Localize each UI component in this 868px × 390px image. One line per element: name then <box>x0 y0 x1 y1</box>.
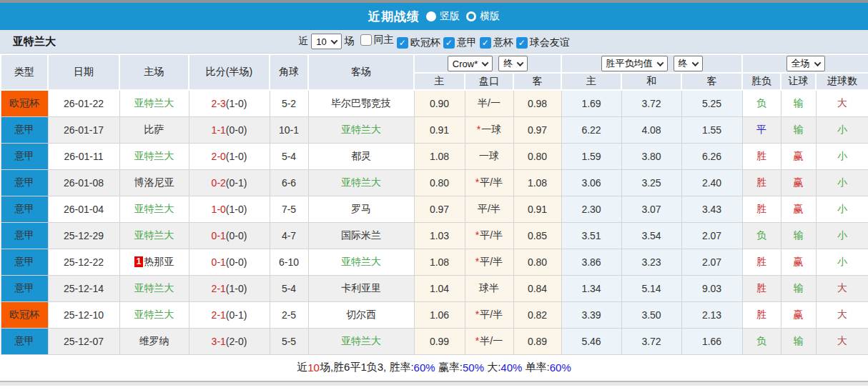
home-team-link[interactable]: 热那亚 <box>144 256 174 267</box>
handicap-line: *平/半 <box>465 249 513 275</box>
checked-checkbox-icon[interactable]: ✓ <box>480 37 491 49</box>
checkbox-label[interactable]: 欧冠杯 <box>410 36 440 49</box>
home-team-link[interactable]: 博洛尼亚 <box>134 176 174 188</box>
match-count-select[interactable]: 10 <box>311 34 341 49</box>
radio-selected-icon[interactable] <box>426 11 436 21</box>
odds-time-value: 终 <box>503 57 513 70</box>
result-goals: 大 <box>816 328 868 354</box>
radio-unselected-icon[interactable] <box>466 11 476 21</box>
competition-checkbox[interactable]: ✓意甲 <box>443 36 477 49</box>
summary-segment: 场,胜6平1负3, 胜率: <box>320 361 414 374</box>
home-team-link[interactable]: 亚特兰大 <box>134 150 174 161</box>
away-team-link[interactable]: 毕尔巴鄂竞技 <box>331 97 391 109</box>
checkbox-label[interactable]: 意杯 <box>493 36 513 49</box>
radio-vertical-label[interactable]: 竖版 <box>440 10 460 23</box>
away-team-cell: 亚特兰大 <box>308 169 414 196</box>
result-goals: 小 <box>816 249 868 275</box>
home-team-link[interactable]: 比萨 <box>144 124 164 135</box>
avg-home: 3.06 <box>561 169 621 196</box>
result-goals: 小 <box>816 222 868 249</box>
competition-badge: 意甲 <box>1 328 48 354</box>
odds-away: 0.91 <box>513 196 561 222</box>
away-team-link[interactable]: 罗马 <box>351 203 371 214</box>
away-team-link[interactable]: 卡利亚里 <box>341 282 381 294</box>
result-handicap: 赢 <box>781 249 816 275</box>
competition-checkbox[interactable]: ✓球会友谊 <box>516 36 570 49</box>
odds-home: 1.08 <box>414 143 465 169</box>
avg-time-select[interactable]: 终 <box>674 56 703 71</box>
checked-checkbox-icon[interactable]: ✓ <box>397 37 408 49</box>
col-handicap: 盘口 <box>465 73 513 90</box>
radio-horizontal-label[interactable]: 横版 <box>480 10 500 23</box>
table-row: 意甲25-12-221热那亚0-1(0-0)6-10亚特兰大1.08*平/半0.… <box>1 249 868 275</box>
odds-home: 0.97 <box>414 196 465 222</box>
result-goals-text: 大 <box>837 282 847 294</box>
competition-checkbox[interactable]: ✓欧冠杯 <box>397 36 440 49</box>
away-team-link[interactable]: 都灵 <box>351 150 371 161</box>
title-bar: 近期战绩 竖版 横版 <box>0 3 868 30</box>
half-time-score: (1-0) <box>226 98 247 109</box>
checkbox-label[interactable]: 同主 <box>374 34 394 46</box>
col-goals: 进球数 <box>816 73 868 90</box>
avg-away: 2.13 <box>681 301 742 328</box>
avg-home: 3.39 <box>561 301 621 328</box>
result-goals-text: 小 <box>837 176 847 188</box>
checkbox-label[interactable]: 意甲 <box>457 36 477 49</box>
home-team-link[interactable]: 亚特兰大 <box>134 229 174 241</box>
checkbox-label[interactable]: 球会友谊 <box>530 36 570 49</box>
checked-checkbox-icon[interactable]: ✓ <box>516 37 528 49</box>
odds-company-select[interactable]: Crow* <box>448 56 493 71</box>
competition-badge: 意甲 <box>1 249 48 275</box>
competition-checkbox[interactable]: 同主 <box>360 34 394 46</box>
full-time-score: 2-3 <box>212 98 226 109</box>
match-date: 25-12-22 <box>48 249 119 275</box>
result-wdl: 胜 <box>742 196 781 222</box>
home-team-link[interactable]: 亚特兰大 <box>134 282 174 294</box>
away-team-cell: 亚特兰大 <box>308 328 414 354</box>
home-team-link[interactable]: 亚特兰大 <box>134 97 174 109</box>
layout-radio-vertical[interactable]: 竖版 <box>426 10 460 23</box>
away-team-link[interactable]: 国际米兰 <box>341 229 381 241</box>
result-goals-text: 小 <box>837 229 847 241</box>
home-team-link[interactable]: 维罗纳 <box>139 335 169 346</box>
bottom-strip <box>0 382 868 386</box>
away-team-link[interactable]: 亚特兰大 <box>341 124 381 135</box>
avg-type-select[interactable]: 胜平负均值 <box>601 56 668 71</box>
summary-segment: 50% <box>463 361 484 374</box>
competition-checkbox[interactable]: ✓意杯 <box>480 36 513 49</box>
away-team-cell: 都灵 <box>308 143 414 169</box>
result-handicap: 赢 <box>781 169 816 196</box>
layout-radio-horizontal[interactable]: 横版 <box>466 10 500 23</box>
unchecked-checkbox-icon[interactable] <box>360 34 372 46</box>
handicap-text: 平/半 <box>480 229 503 241</box>
scope-select[interactable]: 全场 <box>786 56 825 71</box>
home-team-link[interactable]: 亚特兰大 <box>134 309 174 320</box>
result-wdl: 胜 <box>742 249 781 275</box>
odds-time-select[interactable]: 终 <box>498 56 528 71</box>
handicap-text: 平/半 <box>480 176 503 188</box>
odds-home: 1.03 <box>414 222 465 249</box>
away-team-link[interactable]: 亚特兰大 <box>341 335 381 346</box>
avg-draw: 3.25 <box>621 169 681 196</box>
result-handicap-text: 赢 <box>794 256 804 267</box>
score-cell: 1-1(0-0) <box>189 116 270 143</box>
away-team-cell: 毕尔巴鄂竞技 <box>308 90 414 116</box>
result-handicap: 输 <box>781 116 816 143</box>
result-wdl: 胜 <box>742 301 781 328</box>
checked-checkbox-icon[interactable]: ✓ <box>443 37 455 49</box>
changed-line-star: * <box>475 176 479 188</box>
table-row: 意甲25-12-07维罗纳3-1(2-0)5-5亚特兰大0.99*半/一0.89… <box>1 328 868 354</box>
result-handicap-text: 赢 <box>794 150 804 161</box>
home-team-link[interactable]: 亚特兰大 <box>134 203 174 214</box>
changed-line-star: * <box>475 335 479 346</box>
col-result: 胜负 <box>742 73 781 90</box>
away-team-link[interactable]: 切尔西 <box>346 309 376 320</box>
away-team-link[interactable]: 亚特兰大 <box>341 256 381 267</box>
results-tbody: 欧冠杯26-01-22亚特兰大2-3(1-0)5-2毕尔巴鄂竞技0.90半/一0… <box>1 90 868 354</box>
odds-away: 0.80 <box>513 143 561 169</box>
away-team-link[interactable]: 亚特兰大 <box>341 176 381 188</box>
odds-away: 0.84 <box>513 275 561 301</box>
result-handicap: 赢 <box>781 143 816 169</box>
result-handicap-text: 输 <box>794 124 804 135</box>
corner-score: 6-6 <box>270 169 308 196</box>
